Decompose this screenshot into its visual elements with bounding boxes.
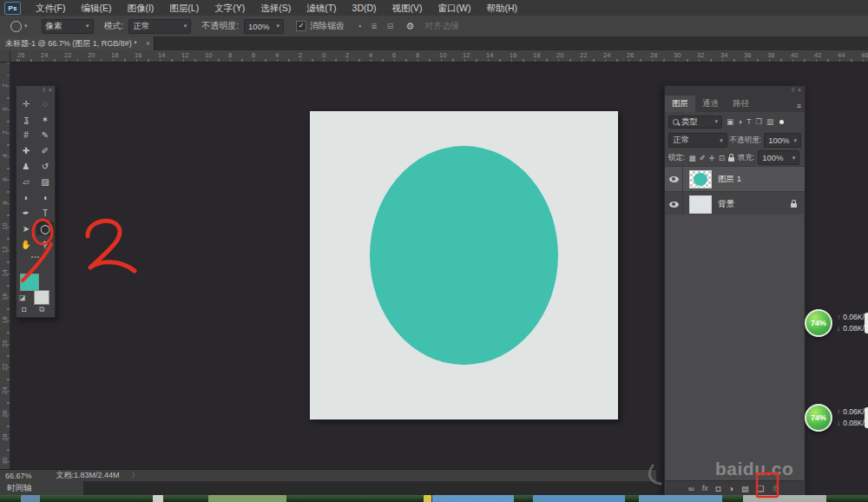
- memory-percent-ball[interactable]: 74%: [805, 309, 832, 337]
- tab-paths[interactable]: 路径: [726, 96, 756, 112]
- history-brush-tool[interactable]: ↺: [36, 159, 54, 173]
- canvas[interactable]: [310, 111, 618, 419]
- gradient-tool[interactable]: ▨: [36, 175, 54, 188]
- layer-row-2[interactable]: 背景: [665, 192, 805, 217]
- brush-tool[interactable]: ✐: [36, 143, 54, 157]
- horizontal-ruler[interactable]: 2624222018161412108642024681012141618202…: [10, 50, 868, 63]
- active-tool-preset[interactable]: ▾: [10, 21, 28, 32]
- eyedropper-tool[interactable]: ✎: [36, 128, 54, 142]
- opacity-dropdown[interactable]: 100%: [244, 19, 284, 34]
- zoom-tool[interactable]: ⚲: [36, 237, 54, 251]
- menu-item-view[interactable]: 视图(V): [385, 0, 431, 16]
- type-tool[interactable]: T: [36, 206, 54, 220]
- pen-tool[interactable]: ✒: [17, 206, 35, 220]
- tab-layers[interactable]: 图层: [665, 96, 695, 112]
- filter-toggle-icon[interactable]: [779, 120, 784, 124]
- default-colors-icon[interactable]: ◪: [19, 294, 26, 301]
- panel-new-layer-icon[interactable]: ❏: [757, 484, 765, 493]
- quick-mask-icon[interactable]: ◘: [22, 305, 26, 314]
- dodge-tool[interactable]: ◖: [36, 190, 54, 204]
- vertical-ruler[interactable]: 2024681012141618202224262830: [0, 63, 10, 469]
- ellipse-tool[interactable]: ◯: [36, 221, 54, 235]
- status-expand-icon[interactable]: 〉: [132, 470, 140, 481]
- panel-close-icon[interactable]: ×: [798, 87, 802, 93]
- magic-wand-tool[interactable]: ✶: [36, 112, 54, 126]
- zoom-level-field[interactable]: 66.67%: [5, 472, 32, 480]
- menu-item-help[interactable]: 帮助(H): [479, 0, 526, 16]
- menu-item-layer[interactable]: 图层(L): [161, 0, 207, 16]
- screen-mode-icon[interactable]: ⧉: [39, 305, 44, 314]
- mode-dropdown[interactable]: 正常: [128, 19, 191, 34]
- crop-tool[interactable]: #: [17, 128, 35, 142]
- filter-type-dropdown[interactable]: 类型: [668, 116, 722, 129]
- lock-all-icon[interactable]: [728, 157, 734, 162]
- clone-stamp-tool[interactable]: ♟: [17, 159, 35, 173]
- menu-item-select[interactable]: 选择(S): [253, 0, 299, 16]
- lock-position-icon[interactable]: ✛: [709, 154, 715, 162]
- taskbar-item-7[interactable]: [639, 495, 722, 502]
- panel-link-layers-icon[interactable]: ∞: [688, 484, 694, 493]
- antialias-checkbox[interactable]: ✓: [296, 21, 306, 31]
- close-icon[interactable]: ×: [142, 39, 150, 48]
- net-monitor-badge-2[interactable]: 74%↑0.06K/s↓0.08K/s: [805, 404, 868, 432]
- panel-close-icon[interactable]: ×: [49, 87, 53, 93]
- filter-pixel-icon[interactable]: ▣: [727, 117, 733, 126]
- net-monitor-badge-1[interactable]: 74%↑0.06K/s↓0.08K/s: [805, 309, 868, 337]
- document-tab[interactable]: 未标题-1 @ 66.7% (图层 1, RGB/8#) * ×: [0, 36, 155, 50]
- menu-item-window[interactable]: 窗口(W): [431, 0, 479, 16]
- menu-item-image[interactable]: 图像(I): [119, 0, 161, 16]
- taskbar-item-4[interactable]: [424, 495, 431, 502]
- taskbar-item-5[interactable]: [432, 495, 514, 502]
- taskbar-item-1[interactable]: [21, 495, 40, 502]
- path-operations-icon[interactable]: ≣: [371, 22, 378, 30]
- menu-item-filter[interactable]: 滤镜(T): [299, 0, 344, 16]
- background-color-swatch[interactable]: [34, 290, 49, 305]
- menu-item-3d[interactable]: 3D(D): [345, 0, 385, 16]
- memory-percent-ball[interactable]: 74%: [805, 404, 832, 432]
- taskbar-item-6[interactable]: [533, 495, 625, 502]
- shape-layer-icon[interactable]: ▪: [358, 22, 361, 30]
- path-arrange-icon[interactable]: ⊟: [387, 22, 394, 30]
- visibility-toggle[interactable]: [665, 167, 683, 191]
- eraser-tool[interactable]: ▱: [17, 175, 35, 188]
- marquee-tool[interactable]: ◌: [36, 96, 54, 110]
- tab-channels[interactable]: 通道: [695, 96, 726, 112]
- healing-brush-tool[interactable]: ✚: [17, 143, 35, 157]
- blur-tool[interactable]: ◗: [17, 190, 35, 204]
- lock-pixels-icon[interactable]: ✐: [699, 154, 705, 162]
- panel-delete-layer-icon[interactable]: ♲: [772, 484, 779, 493]
- more-tools-icon[interactable]: •••: [16, 254, 55, 260]
- gear-icon[interactable]: ⚙: [405, 21, 414, 32]
- panel-layer-style-icon[interactable]: fx: [702, 484, 708, 492]
- layer-row-1[interactable]: 图层 1: [665, 167, 805, 192]
- filter-type-icon[interactable]: T: [746, 117, 751, 126]
- windows-taskbar[interactable]: [0, 495, 868, 502]
- menu-item-type[interactable]: 文字(Y): [207, 0, 253, 16]
- taskbar-item-3[interactable]: [208, 495, 286, 502]
- move-tool[interactable]: ✛: [17, 96, 35, 110]
- panel-new-group-icon[interactable]: ▤: [741, 484, 749, 493]
- lock-artboard-icon[interactable]: ⊡: [719, 154, 725, 162]
- filter-adjustment-icon[interactable]: ◑: [738, 117, 742, 126]
- menu-item-file[interactable]: 文件(F): [28, 0, 73, 16]
- lock-transparency-icon[interactable]: ▩: [688, 154, 695, 162]
- lasso-tool[interactable]: ʓ: [17, 112, 35, 126]
- foreground-color-swatch[interactable]: [20, 274, 39, 291]
- blend-mode-dropdown[interactable]: 正常: [668, 133, 727, 148]
- tools-panel-header[interactable]: ⠿×: [16, 86, 55, 95]
- hand-tool[interactable]: ✋: [17, 237, 35, 251]
- layers-panel-header[interactable]: ⠿×: [665, 86, 805, 96]
- taskbar-item-8[interactable]: [743, 495, 826, 502]
- panel-layer-mask-icon[interactable]: ◘: [715, 484, 720, 493]
- filter-smart-object-icon[interactable]: ▥: [766, 117, 773, 126]
- panel-menu-icon[interactable]: ≡: [797, 102, 801, 112]
- fill-type-dropdown[interactable]: 像素: [42, 19, 94, 34]
- fill-dropdown[interactable]: 100%: [758, 150, 799, 165]
- filter-shape-icon[interactable]: ❒: [755, 117, 762, 126]
- panel-adjustment-layer-icon[interactable]: ◑: [728, 484, 733, 493]
- taskbar-item-2[interactable]: [153, 495, 163, 502]
- visibility-toggle[interactable]: [665, 192, 683, 216]
- menu-item-edit[interactable]: 编辑(E): [73, 0, 119, 16]
- layer-opacity-dropdown[interactable]: 100%: [764, 133, 801, 148]
- timeline-tab[interactable]: 时间轴: [0, 481, 83, 495]
